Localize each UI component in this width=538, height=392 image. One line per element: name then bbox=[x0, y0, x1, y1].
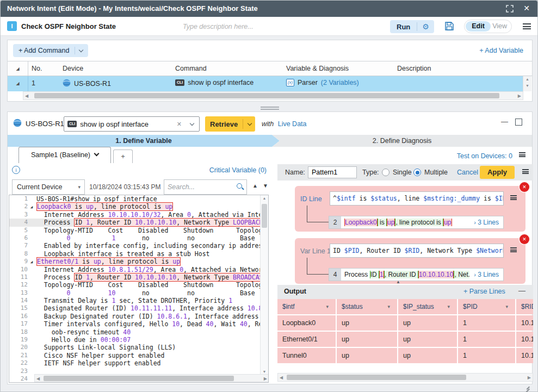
code-token: Enabled by interface config, including s… bbox=[36, 242, 269, 250]
description-input[interactable] bbox=[183, 21, 286, 32]
match-highlight-box: ID 1, Router ID 10.10.10.10, Network Typ… bbox=[74, 218, 269, 227]
caret-down-icon[interactable]: ▾ bbox=[387, 299, 394, 314]
apply-button[interactable]: Apply bbox=[480, 166, 515, 179]
line-gutter: 6 bbox=[9, 234, 36, 242]
caret-down-icon[interactable]: ▾ bbox=[326, 299, 332, 314]
add-sample-tab[interactable]: + bbox=[113, 150, 133, 163]
radio-single[interactable] bbox=[382, 169, 389, 176]
device-name: US-BOS-R1 bbox=[26, 120, 64, 128]
scrollbar-thumb[interactable] bbox=[262, 204, 267, 228]
horizontal-scrollbar[interactable]: ◀ ▶ bbox=[277, 373, 533, 382]
save-icon[interactable] bbox=[444, 21, 454, 33]
toggle-edit[interactable]: Edit bbox=[466, 21, 491, 32]
caret-down-icon[interactable]: ▾ bbox=[505, 299, 512, 314]
tab-sample1-baseline[interactable]: Sample1 (Baseline) bbox=[18, 147, 111, 163]
scroll-down-icon[interactable]: ▼ bbox=[523, 83, 531, 89]
pattern-menu-icon[interactable] bbox=[510, 195, 517, 200]
code-line: 7 Enabled by interface config, including… bbox=[9, 242, 268, 250]
split-drag-handle[interactable] bbox=[261, 105, 279, 111]
regex-input[interactable]: ^$intf is $status, line $mstring:_dummy … bbox=[330, 191, 504, 206]
code-token: , line protocol is bbox=[94, 203, 165, 210]
scrollbar-thumb[interactable] bbox=[34, 93, 499, 98]
code-token: is bbox=[71, 203, 86, 210]
menu-icon[interactable] bbox=[523, 23, 531, 29]
scroll-left-icon[interactable]: ◀ bbox=[36, 375, 40, 383]
gear-icon[interactable]: ⚙ bbox=[417, 20, 434, 33]
vertical-scrollbar[interactable]: ▲ ▼ bbox=[260, 195, 268, 375]
collapse-icon[interactable]: ▲ bbox=[396, 279, 400, 284]
radio-multiple[interactable] bbox=[413, 169, 421, 176]
code-line-text: Process ID 1, Router ID 10.10.10.10, Net… bbox=[36, 219, 269, 226]
command-row[interactable]: ◢ 1 US-BOS-R1 CLI show ip ospf interface… bbox=[8, 76, 523, 91]
search-icon[interactable] bbox=[237, 183, 242, 189]
expand-triangle-icon[interactable]: ◢ bbox=[28, 258, 35, 265]
expand-triangle-icon[interactable]: ◢ bbox=[16, 66, 19, 71]
code-token: Internet Address bbox=[36, 211, 108, 219]
code-line: 21 Cisco NSF helper support enabled bbox=[9, 352, 268, 359]
search-input[interactable] bbox=[168, 182, 230, 192]
scroll-right-icon[interactable]: ▶ bbox=[528, 374, 531, 382]
code-token: IETF NSF helper support enabled bbox=[36, 359, 160, 367]
run-button[interactable]: Run ⚙ bbox=[390, 20, 434, 33]
output-column-header[interactable]: $PID▾ bbox=[458, 299, 515, 314]
scroll-right-icon[interactable]: ▶ bbox=[264, 375, 267, 383]
horizontal-scrollbar[interactable]: ◀ ▶ bbox=[34, 374, 269, 382]
step-define-variable[interactable]: 1. Define Variable bbox=[8, 135, 280, 147]
scroll-up-icon[interactable]: ▲ bbox=[523, 76, 531, 83]
caret-down-icon[interactable]: ▾ bbox=[447, 299, 454, 314]
command-select[interactable]: CLI show ip ospf interface ✕ bbox=[64, 116, 200, 132]
output-column-header[interactable]: $RID bbox=[516, 299, 533, 314]
output-column-header[interactable]: $status▾ bbox=[337, 299, 397, 314]
add-variable-link[interactable]: + Add Variable bbox=[479, 47, 523, 54]
chevron-down-icon[interactable] bbox=[248, 121, 252, 126]
chevron-down-icon[interactable] bbox=[79, 48, 83, 52]
code-token: Loopback0 bbox=[37, 203, 71, 210]
delete-pattern-button[interactable]: ✕ bbox=[520, 182, 529, 192]
expand-triangle-icon[interactable]: ◢ bbox=[28, 203, 35, 210]
parser-label[interactable]: Parser bbox=[298, 79, 318, 86]
scrollbar-thumb[interactable] bbox=[44, 376, 234, 381]
code-line-text: Cisco NSF helper support enabled bbox=[36, 352, 164, 359]
find-previous-icon[interactable]: ▲ bbox=[252, 183, 258, 189]
expand-triangle-icon[interactable]: ◢ bbox=[16, 81, 19, 86]
regex-token: , Router ID bbox=[359, 247, 404, 254]
regex-token: is bbox=[480, 195, 495, 202]
cancel-link[interactable]: Cancel bbox=[457, 169, 478, 176]
scroll-left-icon[interactable]: ◀ bbox=[280, 374, 283, 382]
resize-handle-icon[interactable] bbox=[524, 383, 530, 389]
expand-lines-link[interactable]: › 3 Lines bbox=[469, 271, 503, 278]
device-scope-select[interactable]: Current Device ▾ bbox=[12, 179, 85, 195]
expand-triangle-icon bbox=[28, 266, 35, 273]
minimize-icon[interactable]: — bbox=[518, 287, 525, 295]
expand-lines-link[interactable]: › 3 Lines bbox=[469, 219, 503, 226]
close-icon[interactable]: ✕ bbox=[523, 4, 530, 13]
regex-input[interactable]: ID $PID, Router ID $RID, Network Type $N… bbox=[330, 244, 504, 258]
output-column-header[interactable]: $intf▾ bbox=[277, 299, 336, 314]
cli-output-editor[interactable]: 1US-BOS-R1#show ip ospf interface2◢Loopb… bbox=[9, 195, 269, 383]
chevron-down-icon[interactable] bbox=[94, 151, 100, 157]
critical-variable-link[interactable]: Critical Variable (0) bbox=[8, 166, 269, 174]
menu-icon[interactable] bbox=[522, 169, 529, 174]
scroll-up-icon[interactable]: ▲ bbox=[261, 195, 268, 202]
output-column-header[interactable]: $IP_status▾ bbox=[398, 299, 457, 314]
fullscreen-icon[interactable] bbox=[506, 5, 514, 13]
scroll-left-icon[interactable]: ◀ bbox=[25, 92, 28, 100]
parse-lines-link[interactable]: + Parse Lines bbox=[463, 288, 505, 295]
vertical-scrollbar[interactable]: ▲ ▼ bbox=[523, 76, 531, 91]
parser-count[interactable]: (2 Variables) bbox=[321, 79, 359, 86]
output-title: Output bbox=[284, 288, 306, 295]
clear-icon[interactable]: ✕ bbox=[177, 121, 182, 128]
device-icon bbox=[63, 79, 71, 89]
toggle-view[interactable]: View bbox=[492, 22, 507, 30]
horizontal-scrollbar[interactable]: ◀ ▶ bbox=[23, 91, 523, 100]
add-command-button[interactable]: + Add Command bbox=[13, 44, 88, 57]
pattern-name-input[interactable] bbox=[308, 166, 357, 178]
retrieve-button[interactable]: Retrieve bbox=[205, 116, 255, 132]
scrollbar-thumb[interactable] bbox=[287, 375, 466, 380]
find-next-icon[interactable]: ▼ bbox=[263, 183, 268, 189]
scroll-right-icon[interactable]: ▶ bbox=[518, 92, 521, 100]
pattern-menu-icon[interactable] bbox=[510, 247, 517, 252]
regex-token: $status bbox=[370, 195, 397, 202]
delete-pattern-button[interactable]: ✕ bbox=[520, 234, 529, 244]
chevron-down-icon[interactable] bbox=[190, 121, 194, 126]
